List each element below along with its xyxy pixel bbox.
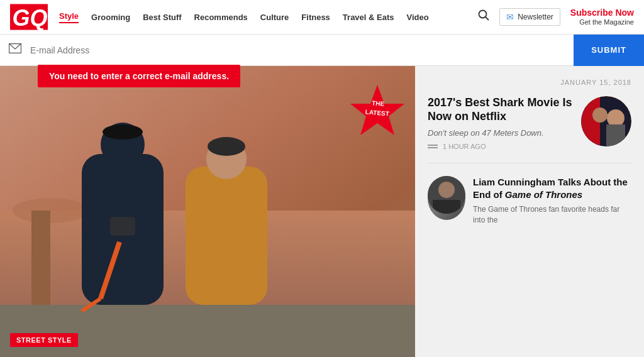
svg-text:THE: THE [372, 99, 385, 107]
svg-point-2 [479, 11, 487, 18]
article-1-meta: 1 HOUR AGO [428, 143, 574, 150]
svg-point-27 [607, 109, 625, 127]
submit-button[interactable]: SUBMIT [574, 35, 644, 66]
article-1-title: 2017's Best Shark Movie Is Now on Netfli… [428, 96, 574, 123]
svg-point-32 [438, 182, 455, 198]
svg-rect-9 [31, 211, 50, 305]
article-2-thumbnail [428, 176, 465, 220]
menu-lines-icon [428, 145, 438, 148]
newsletter-label: Newsletter [518, 13, 553, 21]
svg-point-14 [103, 124, 143, 140]
street-style-label: Street Style [10, 333, 78, 347]
article-1-time: 1 HOUR AGO [443, 143, 486, 150]
article-2-subtitle: The Game of Thrones fan favorite heads f… [473, 204, 631, 226]
main-nav: Style Grooming Best Stuff Recommends Cul… [59, 11, 478, 23]
svg-rect-20 [110, 217, 135, 236]
nav-style[interactable]: Style [59, 11, 79, 23]
svg-rect-33 [433, 200, 460, 214]
article-card-1[interactable]: 2017's Best Shark Movie Is Now on Netfli… [428, 96, 631, 163]
envelope-icon: ✉ [506, 12, 514, 22]
header-actions: ✉ Newsletter Subscribe Now Get the Magaz… [478, 8, 634, 26]
article-2-title: Liam Cunningham Talks About the End of G… [473, 176, 631, 200]
article-2-text: Liam Cunningham Talks About the End of G… [473, 176, 631, 226]
svg-text:GQ: GQ [12, 5, 47, 30]
article-1-subtitle: Don't sleep on 47 Meters Down. [428, 128, 574, 138]
svg-point-29 [592, 107, 608, 123]
error-message: You need to enter a correct e-mail addre… [38, 65, 240, 87]
article-1-text: 2017's Best Shark Movie Is Now on Netfli… [428, 96, 581, 150]
svg-rect-17 [186, 167, 267, 305]
article-card-2[interactable]: Liam Cunningham Talks About the End of G… [428, 176, 631, 226]
get-magazine-text: Get the Magazine [570, 18, 634, 26]
nav-fitness[interactable]: Fitness [301, 13, 330, 22]
nav-recommends[interactable]: Recommends [194, 13, 248, 22]
svg-rect-11 [0, 305, 415, 357]
subscribe-button[interactable]: Subscribe Now Get the Magazine [570, 8, 634, 26]
main-content: THE LATEST Street Style JANUARY 15, 2018… [0, 66, 644, 357]
svg-rect-28 [606, 124, 625, 146]
svg-line-3 [486, 17, 489, 20]
search-icon[interactable] [478, 9, 489, 24]
email-icon [0, 43, 30, 57]
sidebar-date: JANUARY 15, 2018 [428, 79, 631, 86]
hero-background: THE LATEST Street Style [0, 66, 415, 357]
subscribe-now-text: Subscribe Now [570, 8, 634, 18]
svg-point-19 [208, 137, 245, 156]
logo[interactable]: GQ [10, 4, 48, 30]
nav-travel-eats[interactable]: Travel & Eats [343, 13, 394, 22]
email-bar: SUBMIT [0, 35, 644, 66]
nav-culture[interactable]: Culture [260, 13, 289, 22]
latest-badge: THE LATEST [349, 84, 406, 140]
nav-video[interactable]: Video [407, 13, 429, 22]
right-sidebar: JANUARY 15, 2018 2017's Best Shark Movie… [415, 66, 644, 357]
hero-section[interactable]: THE LATEST Street Style [0, 66, 415, 357]
site-header: GQ Style Grooming Best Stuff Recommends … [0, 0, 644, 35]
article-1-thumbnail [581, 96, 631, 146]
nav-best-stuff[interactable]: Best Stuff [143, 13, 181, 22]
newsletter-button[interactable]: ✉ Newsletter [499, 8, 560, 26]
nav-grooming[interactable]: Grooming [91, 13, 130, 22]
email-input[interactable] [30, 45, 574, 55]
